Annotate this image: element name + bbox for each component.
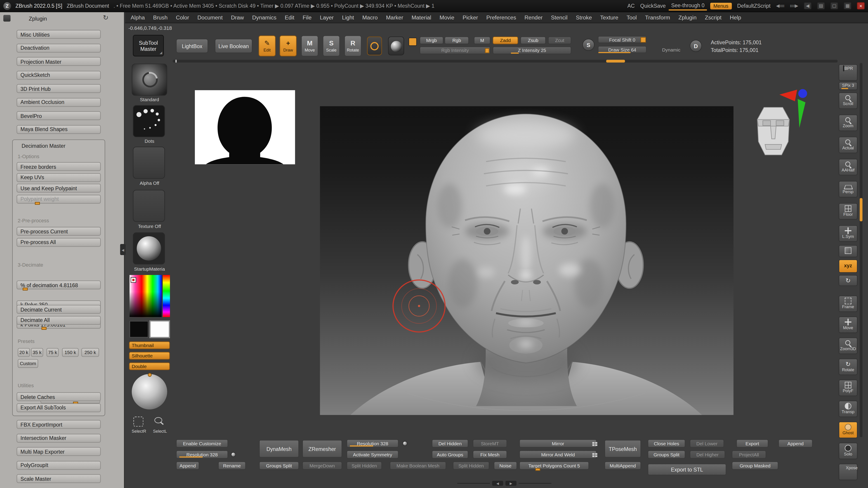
storemt-button[interactable]: StoreMT (473, 439, 507, 448)
append-button-right[interactable]: Append (778, 439, 813, 448)
hue-strip[interactable] (163, 275, 170, 317)
zplugin-item-ambient-occlusion[interactable]: Ambient Occlusion (17, 98, 101, 106)
zplugin-item-intersection-masker[interactable]: Intersection Masker (17, 433, 101, 442)
menu-zscript[interactable]: Zscript (705, 14, 721, 21)
multiappend-button[interactable]: MultiAppend (604, 461, 641, 470)
printer-icon[interactable]: ▤ (817, 2, 825, 9)
silhouette-toggle[interactable]: Silhouette (129, 352, 170, 360)
lsym-button[interactable]: L.Sym (839, 225, 857, 242)
preset-75k-button[interactable]: 75 k (46, 348, 59, 357)
del-higher-button[interactable]: Del Higher (690, 450, 725, 459)
tablet-pressure-left-icon[interactable]: ◀ıııı (776, 3, 784, 8)
enable-customize-button[interactable]: Enable Customize (176, 439, 228, 448)
menu-texture[interactable]: Texture (600, 14, 618, 21)
scroll-left-arrow[interactable]: ◀ (492, 481, 503, 486)
color-picker[interactable] (129, 275, 170, 317)
floor-button[interactable]: Floor (839, 203, 857, 220)
scale-mode-button[interactable]: S Scale (323, 35, 340, 57)
menu-stencil[interactable]: Stencil (551, 14, 567, 21)
select-rect-icon[interactable] (133, 417, 143, 427)
scroll-thumb[interactable] (860, 198, 862, 221)
focal-shift-slider[interactable]: Focal Shift 0 (598, 36, 647, 43)
menu-brush[interactable]: Brush (153, 14, 167, 21)
alpha-slot[interactable] (133, 147, 165, 179)
append-button-left[interactable]: Append (176, 461, 199, 470)
mrgb-button[interactable]: Mrgb (420, 37, 443, 44)
move-canvas-button[interactable]: Move (839, 317, 857, 333)
mergedown-button[interactable]: MergeDown (302, 461, 342, 470)
scroll-thumb[interactable] (606, 60, 625, 62)
zadd-button[interactable]: Zadd (493, 37, 518, 44)
tablet-pressure-right-icon[interactable]: ıııı▶ (790, 3, 798, 8)
zremesher-button[interactable]: ZRemesher (302, 440, 342, 457)
z-intensity-slider[interactable]: Z Intensity 25 (493, 46, 571, 54)
document-canvas[interactable] (320, 106, 734, 415)
select-lasso-icon[interactable] (154, 417, 164, 427)
brush-thumbnail[interactable] (132, 64, 167, 96)
menu-macro[interactable]: Macro (362, 14, 378, 21)
preset-250k-button[interactable]: 250 k (81, 348, 99, 357)
zplugin-item-deactivation[interactable]: Deactivation (17, 43, 101, 52)
resolution-slider-right[interactable]: Resolution 328 (346, 439, 399, 448)
rename-button[interactable]: Rename (218, 461, 246, 470)
menu-dynamics[interactable]: Dynamics (252, 14, 277, 21)
polypaint-weight-slider[interactable]: Polypaint weight (17, 195, 101, 203)
double-toggle[interactable]: Double (129, 362, 170, 370)
zplugin-item-quicksketch[interactable]: QuickSketch (17, 70, 101, 79)
target-polygons-count-slider[interactable]: Target Polygons Count 5 (519, 461, 589, 470)
panel-menu-icon[interactable] (3, 15, 11, 22)
current-color-swatch[interactable] (408, 38, 417, 46)
activate-symmetry-button[interactable]: Activate Symmetry (346, 450, 399, 459)
slider-handle[interactable] (23, 288, 28, 290)
slider-handle[interactable] (485, 48, 489, 53)
thumbnail-toggle[interactable]: Thumbnail (129, 341, 170, 349)
live-boolean-button[interactable]: Live Boolean (215, 39, 252, 53)
zplugin-item-projection-master[interactable]: Projection Master (17, 57, 101, 66)
z-axis-dot[interactable] (798, 89, 807, 98)
zplugin-item-multi-map-exporter[interactable]: Multi Map Exporter (17, 447, 101, 456)
zplugin-item-scale-master[interactable]: Scale Master (17, 474, 101, 483)
actual-button[interactable]: Actual (839, 137, 857, 153)
zplugin-item-polygroupit[interactable]: PolyGroupIt (17, 461, 101, 469)
export-button[interactable]: Export (736, 439, 768, 448)
persp-button[interactable]: Persp (839, 181, 857, 197)
dynamic-label[interactable]: Dynamic (662, 47, 680, 53)
menu-marker[interactable]: Marker (386, 14, 403, 21)
menus-toggle[interactable]: Menus (710, 2, 732, 9)
pct-decimation-slider[interactable]: % of decimation 4.81168 (17, 281, 101, 289)
stroke-badge-icon[interactable]: S (582, 39, 594, 51)
transp-button[interactable]: Transp (839, 400, 857, 417)
close-icon[interactable]: × (857, 2, 865, 9)
slider-handle[interactable] (35, 202, 40, 204)
noise-button[interactable]: Noise (494, 461, 517, 470)
horizontal-scrollbar[interactable] (173, 60, 837, 62)
scroll-right-arrow[interactable]: ▶ (505, 481, 517, 486)
keep-uvs-button[interactable]: Keep UVs (17, 173, 101, 182)
bottom-scrollbar[interactable]: ◀ ▶ (457, 481, 551, 486)
picker-cursor[interactable] (131, 278, 135, 282)
zplugin-item-maya-blend-shapes[interactable]: Maya Blend Shapes (17, 125, 101, 133)
menu-layer[interactable]: Layer (320, 14, 334, 21)
m-button[interactable]: M (474, 37, 490, 44)
bpr-button[interactable]: BPR (839, 64, 857, 80)
subtool-master-button[interactable]: SubTool Master ◢ (133, 35, 164, 57)
projectall-button[interactable]: ProjectAll (732, 450, 766, 459)
depth-badge-icon[interactable]: D (690, 40, 702, 52)
solo-button[interactable]: Solo (839, 443, 857, 459)
slider-handle[interactable] (535, 468, 540, 471)
menu-preferences[interactable]: Preferences (486, 14, 516, 21)
zscript-button[interactable]: DefaultZScript (737, 3, 770, 9)
make-boolean-mesh-button[interactable]: Make Boolean Mesh (390, 461, 446, 470)
zcut-button[interactable]: Zcut (548, 37, 571, 44)
menu-tool[interactable]: Tool (627, 14, 637, 21)
use-keep-polypaint-button[interactable]: Use and Keep Polypaint (17, 184, 101, 193)
menu-file[interactable]: File (303, 14, 311, 21)
sculpted-head[interactable] (320, 106, 734, 415)
menu-material[interactable]: Material (412, 14, 431, 21)
preset-35k-button[interactable]: 35 k (31, 348, 43, 357)
xpose-button[interactable]: Xpose (839, 464, 857, 480)
menu-transform[interactable]: Transform (645, 14, 670, 21)
menu-zplugin[interactable]: Zplugin (678, 14, 696, 21)
menu-picker[interactable]: Picker (463, 14, 478, 21)
lightbox-button[interactable]: LightBox (176, 39, 208, 53)
